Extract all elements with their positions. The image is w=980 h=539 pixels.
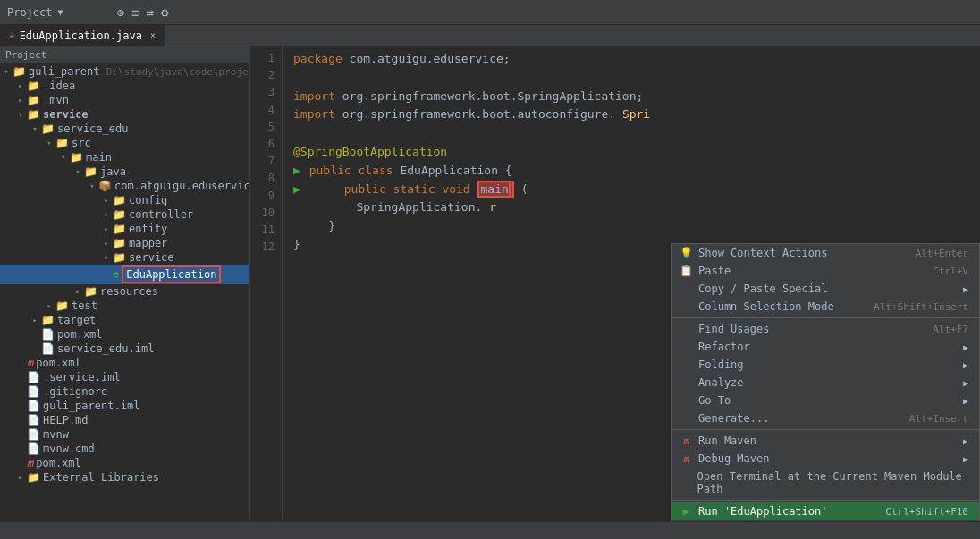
guli-iml-icon: 📄 [27,400,40,412]
rm-icon: m [679,435,693,447]
tree-item-root-pom[interactable]: m pom.xml [0,456,249,470]
rm-arrow: ▶ [963,436,968,446]
root-label: guli_parent D:\study\java\code\project\g… [29,65,249,78]
menu-run-left: ▶ Run 'EduApplication' [679,505,828,518]
tree-item-mapper[interactable]: ▸ 📁 mapper [0,236,249,250]
kw-static: static [393,182,435,196]
menu-run-edu[interactable]: ▶ Run 'EduApplication' Ctrl+Shift+F10 [672,502,979,520]
config-icon: 📁 [113,194,126,206]
toolbar-icon-4[interactable]: ⚙ [161,5,168,20]
code-line-9: SpringApplication. r [293,198,969,217]
menu-show-context[interactable]: 💡 Show Context Actions Alt+Enter [672,244,979,262]
tree-item-service[interactable]: ▾ 📁 service [0,107,249,122]
code-line-4: import org.springframework.boot.autoconf… [293,105,969,124]
tree-root[interactable]: ▾ 📁 guli_parent D:\study\java\code\proje… [0,64,249,79]
tree-item-resources[interactable]: ▸ 📁 resources [0,284,249,299]
gitignore-label: .gitignore [43,385,107,398]
tree-item-mvnw-cmd[interactable]: 📄 mvnw.cmd [0,442,249,456]
menu-rm-left: m Run Maven [679,434,756,447]
maven-pom-icon: m [27,357,33,369]
menu-paste-left: 📋 Paste [679,265,731,277]
gitignore-icon: 📄 [27,385,40,398]
pom-service-icon: 📄 [41,328,55,341]
project-dropdown-icon[interactable]: ▼ [58,7,63,17]
menu-ot-left: Open Terminal at the Current Maven Modul… [679,470,968,495]
target-arrow: ▸ [29,316,41,324]
tree-item-java[interactable]: ▾ 📁 java [0,164,249,179]
tree-item-main[interactable]: ▾ 📁 main [0,150,249,164]
root-pom-icon: m [27,457,33,469]
toolbar-icon-3[interactable]: ⇄ [146,5,153,20]
menu-goto[interactable]: Go To ▶ [672,392,979,409]
menu-run-maven[interactable]: m Run Maven ▶ [672,432,979,450]
toolbar-icon-2[interactable]: ≡ [131,5,139,20]
tree-item-help-md[interactable]: 📄 HELP.md [0,413,249,427]
tree-item-idea[interactable]: ▸ 📁 .idea [0,79,249,93]
tab-edu-application[interactable]: ☕ EduApplication.java × [0,25,165,46]
tree-item-config[interactable]: ▸ 📁 config [0,193,249,207]
menu-paste[interactable]: 📋 Paste Ctrl+V [672,262,979,280]
code-text: EduApplication { [400,164,511,177]
tree-item-maven-pom[interactable]: m pom.xml [0,356,249,370]
run-gutter-icon-2: ▶ [293,181,300,199]
java-file-icon: ☕ [9,29,15,41]
test-icon: 📁 [55,299,69,312]
menu-debug-maven[interactable]: m Debug Maven ▶ [672,450,979,467]
code-indent-2 [293,200,350,214]
code-line-1: package com.atguigu.eduservice; [293,50,969,69]
menu-gen-left: Generate... [679,412,769,425]
tree-item-service-iml[interactable]: 📄 service_edu.iml [0,341,249,356]
tree-item-edu-application[interactable]: ⚙ EduApplication [0,265,249,284]
tree-item-guli-iml[interactable]: 📄 guli_parent.iml [0,399,249,413]
menu-cs-left: Column Selection Mode [679,300,834,313]
tree-item-src[interactable]: ▾ 📁 src [0,136,249,150]
kw-import-1: import [293,89,335,103]
tab-label: EduApplication.java [20,29,142,42]
tree-item-pom-service[interactable]: 📄 pom.xml [0,327,249,341]
src-label: src [72,137,91,149]
kw-import-2: import [293,107,335,121]
menu-refactor[interactable]: Refactor ▶ [672,338,979,356]
context-actions-icon: 💡 [679,247,693,259]
tree-item-target[interactable]: ▸ 📁 target [0,313,249,327]
src-arrow: ▾ [43,139,55,147]
tree-item-mvn[interactable]: ▸ 📁 .mvn [0,93,249,107]
tree-item-external-libs[interactable]: ▸ 📁 External Libraries [0,470,249,484]
tree-item-mvnw[interactable]: 📄 mvnw [0,427,249,442]
src-icon: 📁 [55,137,69,149]
code-line-5 [293,124,969,143]
menu-label-rm: Run Maven [698,434,756,447]
service-edu-icon: 📁 [41,122,55,135]
tree-item-dot-service-iml[interactable]: 📄 .service.iml [0,370,249,384]
menu-find-usages[interactable]: Find Usages Alt+F7 [672,320,979,338]
tree-item-package[interactable]: ▾ 📦 com.atguigu.eduservice [0,179,249,193]
tab-close-button[interactable]: × [150,30,156,40]
main-icon: 📁 [70,151,83,164]
ext-libs-label: External Libraries [43,471,159,484]
project-label[interactable]: Project [7,6,53,19]
idea-label: .idea [43,80,75,92]
menu-item-left: 💡 Show Context Actions [679,247,828,259]
tree-item-controller[interactable]: ▸ 📁 controller [0,207,249,222]
menu-column-selection[interactable]: Column Selection Mode Alt+Shift+Insert [672,298,979,316]
tree-item-test[interactable]: ▸ 📁 test [0,299,249,313]
tree-item-service-edu[interactable]: ▾ 📁 service_edu [0,122,249,136]
tree-item-gitignore[interactable]: 📄 .gitignore [0,384,249,399]
code-text: org.springframework.boot.SpringApplicati… [342,89,644,103]
mvnw-cmd-icon: 📄 [27,442,40,455]
menu-generate[interactable]: Generate... Alt+Insert [672,409,979,427]
menu-copy-paste-special[interactable]: Copy / Paste Special ▶ [672,280,979,298]
menu-debug-edu[interactable]: 🐛 Debug 'EduApplication' [672,520,979,521]
toolbar-icon-1[interactable]: ⊕ [117,5,124,20]
editor[interactable]: 1 2 3 4 5 6 7 8 9 10 11 12 package com.a… [250,46,980,521]
service-iml-icon: 📄 [41,342,55,355]
tree-item-entity[interactable]: ▸ 📁 entity [0,222,249,236]
code-text: com.atguigu.eduservice; [350,52,511,65]
tree-item-service-sub[interactable]: ▸ 📁 service [0,250,249,265]
menu-analyze-left: Analyze [679,376,744,389]
menu-folding[interactable]: Folding ▶ [672,356,979,374]
menu-label-ot: Open Terminal at the Current Maven Modul… [697,470,968,495]
annotation-springboot: @SpringBootApplication [293,145,447,158]
menu-open-terminal[interactable]: Open Terminal at the Current Maven Modul… [672,467,979,498]
menu-analyze[interactable]: Analyze ▶ [672,374,979,392]
